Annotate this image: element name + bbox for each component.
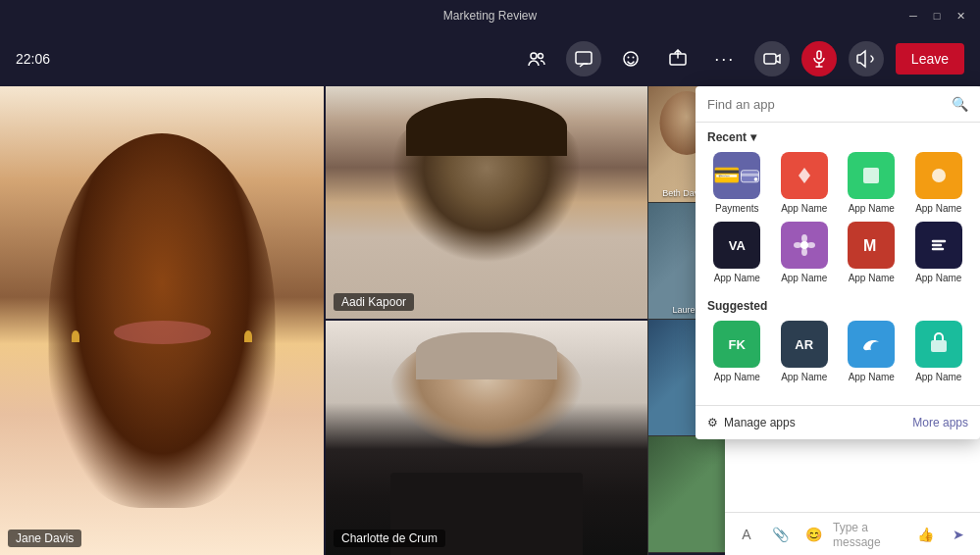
emoji-icon: 😊 [805,527,822,542]
app-icon-bird [848,321,895,368]
emoji-button[interactable]: 😊 [799,521,827,548]
app-label-ar: App Name [781,372,827,382]
window-title: Marketing Review [443,9,537,23]
app-icon-fk: FK [713,321,760,368]
app-label-va: App Name [714,273,760,283]
title-bar: Marketing Review ─ □ ✕ [0,0,980,31]
app-item-1[interactable]: App Name [775,152,835,214]
app-item-red[interactable]: M App Name [842,222,902,283]
chat-input-bar: A 📎 😊 Type a message 👍 ➤ [725,512,980,555]
app-icon-flower [781,222,828,269]
close-button[interactable]: ✕ [953,8,968,24]
svg-point-0 [531,53,537,59]
svg-text:M: M [863,237,876,254]
app-item-stripe[interactable]: App Name [909,222,969,283]
svg-point-18 [807,242,815,248]
chat-like-button[interactable]: 👍 [911,521,939,548]
manage-apps-label: Manage apps [724,416,796,429]
video-tile-aadi: Aadi Kapoor [324,86,647,321]
app-label-fk: App Name [714,372,760,382]
app-item-payments[interactable]: Payments [707,152,767,214]
payments-app-icon [713,152,760,199]
app-label-bird: App Name [849,372,895,382]
app-icon-teal [915,321,962,368]
app-label-3: App Name [915,203,961,214]
app-picker-content: Recent ▾ Payments [696,123,980,405]
attach-icon: 📎 [772,527,789,542]
more-apps-label: More apps [912,416,968,429]
app-icon-1 [781,152,828,199]
app-item-flower[interactable]: App Name [775,222,835,283]
suggested-label: Suggested [707,299,767,313]
leave-meeting-button[interactable]: Leave [896,43,964,75]
app-label-teal: App Name [915,372,961,382]
app-label-1: App Name [781,203,827,214]
share-audio-button[interactable] [849,41,884,76]
manage-apps-button[interactable]: ⚙ Manage apps [707,416,796,429]
app-item-va[interactable]: VA App Name [707,222,767,283]
minimize-button[interactable]: ─ [905,8,921,24]
svg-point-15 [801,234,807,242]
video-tile-jane: Jane Davis [0,86,324,555]
svg-rect-10 [742,174,759,177]
chat-icon-button[interactable] [566,41,601,76]
svg-point-14 [800,241,808,249]
video-chat-separator [647,86,648,555]
recent-label: Recent [707,130,747,144]
format-text-button[interactable]: A [733,521,760,548]
svg-point-1 [538,54,542,59]
video-grid: Jane Davis Aadi Kapoor Charlotte de Crum [0,86,647,555]
svg-point-13 [932,169,946,182]
app-item-teal[interactable]: App Name [909,321,969,382]
chat-text-input[interactable]: Type a message [833,520,905,549]
recent-apps-grid: Payments App Name App Name [707,152,968,214]
svg-rect-2 [576,52,592,64]
app-picker-footer: ⚙ Manage apps More apps [696,405,980,439]
more-dots-icon: ··· [714,49,735,70]
more-apps-button[interactable]: More apps [912,416,968,429]
app-icon-2 [848,152,895,199]
app-picker-search-bar: 🔍 [696,86,980,123]
reactions-icon-button[interactable] [613,41,648,76]
svg-point-11 [754,177,758,181]
app-search-icon: 🔍 [952,96,968,112]
window-controls: ─ □ ✕ [905,8,968,24]
more-options-button[interactable]: ··· [707,41,743,76]
suggested-apps-grid: FK App Name AR App Name App Name [707,321,968,382]
app-item-bird[interactable]: App Name [842,321,902,382]
microphone-toggle-button[interactable] [801,41,837,76]
suggested-section-header: Suggested [707,299,968,313]
jane-video-feed [0,86,324,555]
app-item-3[interactable]: App Name [909,152,969,214]
share-screen-button[interactable] [660,41,696,76]
people-icon-button[interactable] [519,41,554,76]
send-message-button[interactable]: ➤ [945,521,972,548]
charlotte-video-feed [326,321,647,555]
app-icon-stripe [915,222,962,269]
app-icon-red: M [848,222,895,269]
camera-toggle-button[interactable] [754,41,790,76]
app-label-red: App Name [849,273,895,283]
video-tile-charlotte: Charlotte de Crum [324,321,647,555]
app-icon-ar: AR [781,321,828,368]
svg-rect-12 [863,168,879,183]
app-search-input[interactable] [707,97,944,112]
meeting-time: 22:06 [16,51,50,67]
recent-apps-grid-row2: VA App Name App Name [707,222,968,283]
maximize-button[interactable]: □ [929,8,945,24]
attach-file-button[interactable]: 📎 [766,521,794,548]
svg-point-16 [801,248,807,256]
right-video-slot-4 [647,436,725,553]
svg-rect-20 [931,340,947,352]
app-icon-3 [915,152,962,199]
app-picker-panel: 🔍 Recent ▾ Payments [696,86,980,439]
chat-input-placeholder: Type a message [833,521,881,549]
app-item-ar[interactable]: AR App Name [775,321,835,382]
app-label-stripe: App Name [915,273,961,283]
recent-chevron[interactable]: ▾ [750,130,756,144]
app-icon-va: VA [713,222,760,269]
svg-rect-8 [817,51,821,59]
app-item-2[interactable]: App Name [842,152,902,214]
svg-point-4 [627,57,629,59]
app-item-fk[interactable]: FK App Name [707,321,767,382]
